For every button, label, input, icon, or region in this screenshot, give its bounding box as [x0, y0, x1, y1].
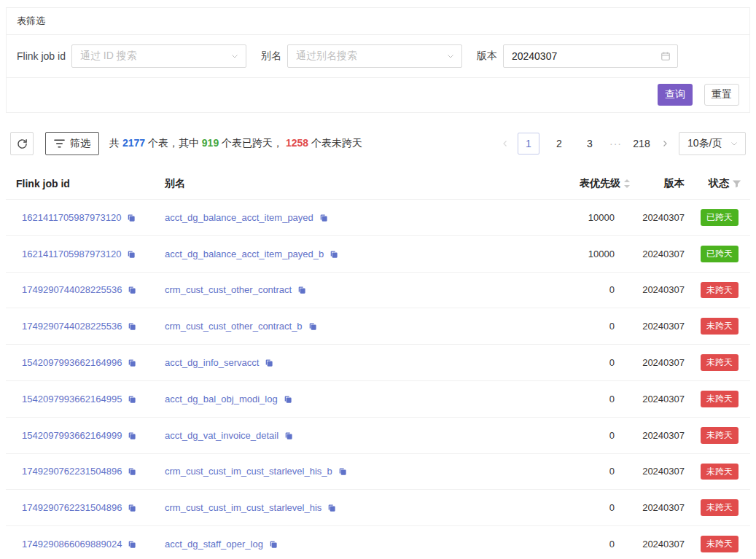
copy-alias-button[interactable] — [283, 394, 292, 404]
copy-id-button[interactable] — [127, 431, 136, 440]
chevron-down-icon — [730, 139, 739, 148]
next-page-button[interactable] — [657, 132, 673, 155]
query-button[interactable]: 查询 — [658, 84, 693, 106]
alias-link[interactable]: acct_dg_staff_oper_log — [165, 539, 263, 550]
flink-job-id-link[interactable]: 1542097993662164996 — [22, 357, 122, 368]
priority-cell: 0 — [465, 490, 636, 526]
copy-id-button[interactable] — [126, 249, 136, 259]
chevron-right-icon — [660, 139, 669, 148]
copy-icon — [297, 285, 306, 294]
status-badge: 未跨天 — [701, 354, 739, 371]
alias-link[interactable]: acct_dg_info_servacct — [165, 357, 259, 368]
status-cell: 未跨天 — [689, 490, 750, 526]
flink-job-id-link[interactable]: 1749290744028225536 — [22, 321, 122, 332]
priority-cell: 0 — [465, 308, 636, 345]
status-badge: 未跨天 — [701, 427, 739, 444]
alias-link[interactable]: crm_cust_cust_other_contract — [165, 284, 292, 295]
flink-job-id-link[interactable]: 1542097993662164999 — [22, 430, 122, 441]
flink-job-id-link[interactable]: 1749290762231504896 — [22, 502, 122, 513]
flink-job-id-link[interactable]: 1749290744028225536 — [22, 284, 122, 295]
alias-link[interactable]: crm_cust_cust_im_cust_starlevel_his_b — [165, 466, 332, 477]
copy-id-button[interactable] — [127, 466, 136, 476]
copy-alias-button[interactable] — [284, 431, 293, 440]
version-cell: 20240307 — [636, 490, 689, 526]
copy-id-button[interactable] — [127, 394, 136, 404]
copy-id-button[interactable] — [127, 285, 136, 294]
prev-page-button[interactable] — [497, 132, 513, 155]
version-cell: 20240307 — [636, 272, 689, 308]
priority-cell: 0 — [465, 453, 636, 490]
status-badge: 未跨天 — [701, 536, 739, 552]
flink-job-id-link[interactable]: 1621411705987973120 — [22, 212, 121, 223]
copy-id-button[interactable] — [127, 358, 136, 367]
page-button-2[interactable]: 2 — [548, 133, 570, 155]
page-button-218[interactable]: 218 — [631, 133, 652, 155]
flink-job-id-cell: 1621411705987973120 — [6, 200, 159, 236]
flink-job-id-field: Flink job id 通过 ID 搜索 — [17, 44, 246, 68]
col-header-status[interactable]: 状态 — [689, 168, 750, 200]
column-filter-icon[interactable] — [732, 179, 741, 189]
copy-icon — [329, 249, 338, 259]
alias-link[interactable]: crm_cust_cust_im_cust_starlevel_his — [165, 502, 322, 513]
col-header-priority[interactable]: 表优先级 — [465, 168, 636, 200]
page-button-1[interactable]: 1 — [518, 133, 539, 155]
copy-alias-button[interactable] — [264, 358, 273, 367]
page: 表筛选 Flink job id 通过 ID 搜索 别名 通过别名搜索 — [0, 0, 756, 559]
copy-alias-button[interactable] — [308, 321, 317, 331]
copy-alias-button[interactable] — [329, 249, 338, 259]
status-badge: 未跨天 — [701, 499, 739, 516]
flink-job-id-select[interactable]: 通过 ID 搜索 — [71, 44, 246, 68]
flink-job-id-link[interactable]: 1749290866069889024 — [22, 539, 122, 550]
version-cell: 20240307 — [636, 235, 689, 272]
alias-select[interactable]: 通过别名搜索 — [287, 44, 462, 68]
flink-job-id-link[interactable]: 1542097993662164995 — [22, 394, 122, 404]
table-row: 1749290762231504896 crm_cust_cust_im_cus… — [6, 490, 750, 526]
copy-id-button[interactable] — [126, 213, 136, 222]
copy-id-button[interactable] — [127, 503, 136, 512]
page-size-select[interactable]: 10条/页 — [679, 132, 746, 155]
summary-mid2: 个表已跨天， — [219, 137, 286, 149]
alias-cell: crm_cust_cust_im_cust_starlevel_his — [159, 490, 465, 526]
copy-alias-button[interactable] — [297, 285, 306, 294]
refresh-button[interactable] — [10, 132, 34, 155]
copy-id-button[interactable] — [127, 539, 136, 549]
copy-id-button[interactable] — [127, 321, 136, 331]
alias-link[interactable]: acct_dg_balance_acct_item_payed — [165, 212, 313, 223]
col-header-priority-label: 表优先级 — [580, 177, 620, 190]
copy-alias-button[interactable] — [327, 503, 336, 512]
copy-alias-button[interactable] — [319, 213, 328, 222]
filter-toggle-button[interactable]: 筛选 — [45, 132, 99, 155]
copy-icon — [127, 431, 136, 440]
alias-link[interactable]: acct_dg_vat_invoice_detail — [165, 430, 278, 441]
flink-job-id-link[interactable]: 1621411705987973120 — [22, 249, 121, 259]
alias-link[interactable]: acct_dg_bal_obj_modi_log — [165, 394, 278, 404]
crossed-count: 919 — [202, 137, 219, 149]
summary-suffix: 个表未跨天 — [308, 137, 362, 149]
status-badge: 已跨天 — [701, 209, 739, 226]
copy-alias-button[interactable] — [338, 466, 347, 476]
alias-link[interactable]: acct_dg_balance_acct_item_payed_b — [165, 249, 324, 259]
version-date-input[interactable]: 20240307 — [503, 44, 678, 68]
status-badge: 未跨天 — [701, 391, 739, 407]
priority-cell: 0 — [465, 526, 636, 559]
alias-cell: acct_dg_balance_acct_item_payed_b — [159, 235, 465, 272]
refresh-icon — [17, 138, 28, 149]
sort-icon[interactable] — [623, 179, 631, 189]
table-row: 1542097993662164999 acct_dg_vat_invoice_… — [6, 417, 750, 453]
reset-button[interactable]: 重置 — [704, 84, 739, 106]
status-badge: 未跨天 — [701, 282, 739, 299]
copy-icon — [319, 213, 328, 222]
alias-cell: acct_dg_bal_obj_modi_log — [159, 380, 465, 417]
copy-icon — [268, 539, 278, 549]
summary-mid1: 个表，其中 — [145, 137, 202, 149]
alias-link[interactable]: crm_cust_cust_other_contract_b — [165, 321, 303, 332]
status-cell: 未跨天 — [689, 417, 750, 453]
version-cell: 20240307 — [636, 526, 689, 559]
flink-job-id-link[interactable]: 1749290762231504896 — [22, 466, 122, 477]
page-button-3[interactable]: 3 — [579, 133, 601, 155]
copy-alias-button[interactable] — [268, 539, 278, 549]
version-date-value: 20240307 — [512, 50, 557, 62]
table-row: 1749290744028225536 crm_cust_cust_other_… — [6, 272, 750, 308]
priority-cell: 0 — [465, 417, 636, 453]
page-ellipsis[interactable]: ··· — [609, 138, 622, 149]
